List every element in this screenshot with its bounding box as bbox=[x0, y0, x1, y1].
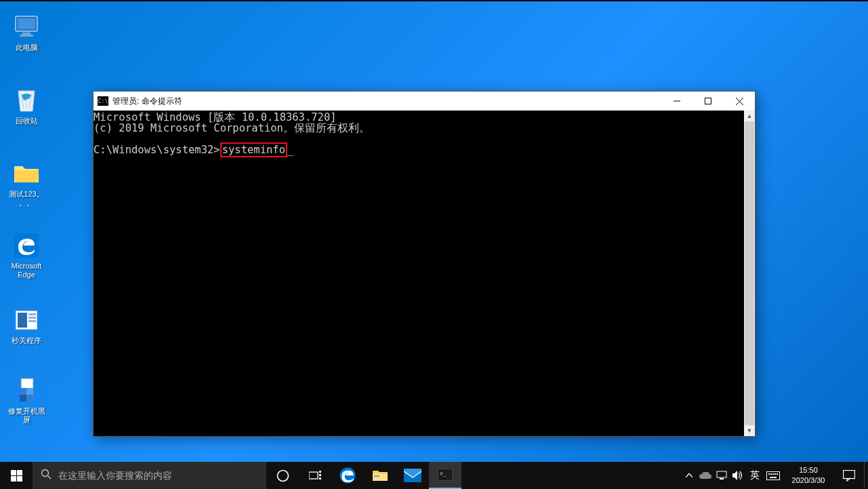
scrollbar[interactable]: ▲ ▼ bbox=[744, 111, 755, 436]
svg-rect-44 bbox=[844, 470, 855, 478]
recycle-bin-icon bbox=[13, 87, 40, 114]
scroll-down-button[interactable]: ▼ bbox=[744, 425, 755, 436]
ime-indicator[interactable]: 英 bbox=[746, 462, 764, 489]
svg-rect-28 bbox=[319, 477, 321, 480]
tray-chevron-icon[interactable] bbox=[681, 462, 697, 489]
svg-rect-1 bbox=[18, 18, 35, 29]
svg-point-24 bbox=[277, 470, 288, 481]
desktop-icon-this-pc[interactable]: 此电脑 bbox=[0, 14, 53, 52]
svg-rect-19 bbox=[17, 470, 22, 475]
svg-rect-6 bbox=[18, 313, 27, 328]
scroll-track[interactable] bbox=[744, 121, 755, 425]
svg-rect-40 bbox=[772, 473, 774, 475]
app-icon bbox=[13, 307, 40, 334]
desktop-icon-label: 测试123。 。。 bbox=[7, 190, 45, 208]
svg-rect-35 bbox=[717, 471, 726, 477]
search-icon bbox=[41, 469, 51, 482]
svg-rect-12 bbox=[20, 395, 26, 402]
close-button[interactable] bbox=[724, 92, 755, 111]
cmd-title: 管理员: 命令提示符 bbox=[112, 96, 182, 107]
clock-date: 2020/3/30 bbox=[792, 475, 825, 486]
desktop-icon-shutdown[interactable]: 秒关程序 bbox=[0, 307, 53, 345]
svg-rect-2 bbox=[22, 33, 30, 35]
svg-rect-7 bbox=[28, 313, 36, 315]
scroll-up-button[interactable]: ▲ bbox=[744, 111, 755, 121]
tray-volume-icon[interactable] bbox=[730, 462, 746, 489]
desktop-icon-label: 此电脑 bbox=[14, 43, 39, 52]
task-view-button[interactable] bbox=[299, 462, 331, 489]
action-center-button[interactable] bbox=[834, 462, 864, 489]
svg-rect-42 bbox=[777, 473, 778, 475]
svg-rect-39 bbox=[770, 473, 772, 475]
tray-network-icon[interactable] bbox=[714, 462, 730, 489]
cmd-icon: C:\ bbox=[98, 96, 108, 106]
edge-icon bbox=[13, 232, 40, 259]
svg-rect-37 bbox=[767, 471, 780, 480]
search-input[interactable] bbox=[58, 470, 248, 481]
scroll-thumb[interactable] bbox=[745, 121, 754, 425]
start-button[interactable] bbox=[0, 462, 33, 489]
svg-rect-18 bbox=[11, 470, 16, 475]
app-icon bbox=[13, 377, 40, 404]
desktop-icon-fix-boot[interactable]: 修复开机黑 屏 bbox=[0, 377, 53, 425]
svg-rect-43 bbox=[770, 477, 777, 478]
desktop-icon-recycle-bin[interactable]: 回收站 bbox=[0, 87, 53, 125]
svg-rect-15 bbox=[705, 98, 711, 104]
svg-rect-41 bbox=[774, 473, 776, 475]
svg-rect-9 bbox=[28, 320, 36, 322]
cortana-button[interactable] bbox=[266, 462, 299, 489]
svg-rect-36 bbox=[720, 478, 724, 480]
cmd-prompt: C:\Windows\system32> bbox=[94, 144, 220, 156]
desktop-icon-label: 修复开机黑 屏 bbox=[7, 407, 47, 425]
taskbar-app-mail[interactable] bbox=[396, 462, 429, 489]
svg-rect-3 bbox=[20, 35, 33, 37]
desktop-icon-label: Microsoft Edge bbox=[10, 262, 43, 279]
desktop-icon-folder-test123[interactable]: 测试123。 。。 bbox=[0, 160, 53, 208]
taskbar: >_ 英 bbox=[0, 462, 868, 489]
cmd-line-2: (c) 2019 Microsoft Corporation。保留所有权利。 bbox=[94, 122, 370, 134]
cmd-output[interactable]: Microsoft Windows [版本 10.0.18363.720] (c… bbox=[94, 111, 744, 436]
desktop-icon-label: 回收站 bbox=[14, 117, 39, 125]
pc-icon bbox=[13, 14, 40, 41]
taskbar-app-cmd[interactable]: >_ bbox=[429, 462, 461, 489]
svg-rect-10 bbox=[20, 388, 26, 395]
show-desktop-button[interactable] bbox=[864, 462, 868, 489]
svg-rect-21 bbox=[17, 476, 22, 482]
tray-onedrive-icon[interactable] bbox=[697, 462, 714, 489]
svg-rect-31 bbox=[374, 475, 379, 477]
cmd-input-highlight: systeminfo bbox=[220, 142, 287, 157]
folder-icon bbox=[13, 160, 40, 187]
tray-keyboard-icon[interactable] bbox=[764, 462, 783, 489]
system-tray: 英 15:50 2020/3/30 bbox=[681, 462, 868, 489]
desktop-icon-label: 秒关程序 bbox=[10, 336, 43, 345]
svg-rect-11 bbox=[26, 388, 33, 395]
svg-text:>_: >_ bbox=[440, 471, 447, 477]
desktop-icon-edge[interactable]: Microsoft Edge bbox=[0, 232, 53, 279]
text-cursor: _ bbox=[287, 144, 293, 155]
cmd-titlebar[interactable]: C:\ 管理员: 命令提示符 bbox=[94, 92, 755, 111]
taskbar-app-edge[interactable] bbox=[331, 462, 364, 489]
taskbar-clock[interactable]: 15:50 2020/3/30 bbox=[783, 462, 834, 489]
maximize-button[interactable] bbox=[693, 92, 724, 111]
svg-rect-8 bbox=[28, 317, 36, 319]
taskbar-search[interactable] bbox=[33, 462, 266, 489]
svg-point-22 bbox=[42, 470, 49, 477]
taskbar-app-explorer[interactable] bbox=[364, 462, 396, 489]
svg-rect-13 bbox=[26, 395, 33, 402]
svg-rect-26 bbox=[319, 471, 321, 473]
cmd-window: C:\ 管理员: 命令提示符 Microsoft Windows [版本 10.… bbox=[93, 91, 756, 437]
svg-rect-38 bbox=[768, 473, 770, 475]
svg-rect-27 bbox=[319, 474, 321, 476]
svg-rect-30 bbox=[373, 474, 388, 481]
minimize-button[interactable] bbox=[661, 92, 693, 111]
clock-time: 15:50 bbox=[799, 465, 818, 475]
svg-line-23 bbox=[48, 476, 51, 480]
svg-rect-25 bbox=[309, 472, 318, 479]
svg-rect-20 bbox=[11, 476, 16, 482]
